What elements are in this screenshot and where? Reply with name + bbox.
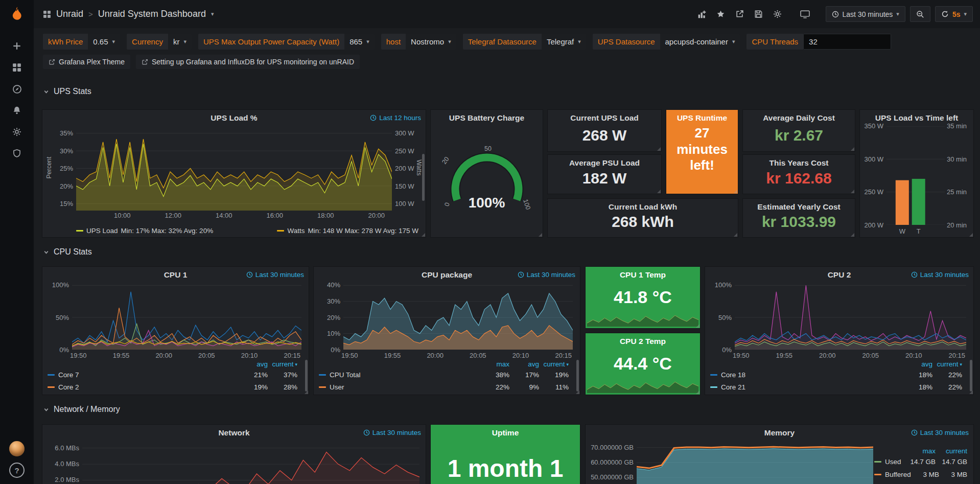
- stat-value: 182 W: [548, 170, 661, 187]
- legend-series-name[interactable]: Core 7: [58, 371, 238, 379]
- legend-col-max[interactable]: max: [904, 447, 936, 455]
- legend-series-name[interactable]: Core 21: [721, 383, 903, 391]
- panel-title[interactable]: UPS Load vs Time left: [860, 113, 973, 123]
- avatar[interactable]: [9, 441, 25, 456]
- legend-series-name[interactable]: Used: [885, 458, 904, 466]
- y-tick: 20%: [318, 314, 340, 321]
- legend-col-current[interactable]: current▾: [539, 360, 569, 368]
- panel-ups-runtime: UPS Runtime 27 minutes left!: [666, 110, 738, 194]
- y-tick: 150 W: [395, 182, 418, 190]
- legend-header: max avg current▾: [319, 360, 569, 368]
- legend-series-color: [319, 374, 326, 376]
- row-title: CPU Stats: [54, 247, 92, 257]
- create-icon[interactable]: [6, 35, 28, 57]
- legend-row: Buffered 3 MB 3 MB: [874, 468, 967, 481]
- legend-series-name[interactable]: User: [330, 383, 480, 391]
- legend-series-color: [710, 386, 717, 388]
- panel-title[interactable]: Average Daily Cost: [743, 113, 855, 123]
- legend-scrollbar[interactable]: [970, 360, 972, 391]
- legend-series-name[interactable]: Buffered: [885, 471, 911, 478]
- stat-value: 44.4 °C: [586, 354, 700, 374]
- panel-title[interactable]: Current UPS Load: [548, 113, 661, 123]
- time-override-label: Last 30 minutes: [920, 429, 969, 436]
- legend-series-name[interactable]: Core 18: [721, 371, 903, 379]
- legend-col-avg[interactable]: avg: [509, 360, 539, 368]
- panel-time-override[interactable]: Last 12 hours: [370, 114, 421, 122]
- legend-col-avg[interactable]: avg: [238, 360, 268, 368]
- panel-time-override[interactable]: Last 30 minutes: [911, 271, 969, 279]
- legend-series-name[interactable]: Watts: [287, 227, 305, 235]
- grafana-logo[interactable]: [8, 6, 26, 25]
- y-tick: 60.000000 GB: [590, 458, 634, 466]
- legend-header: max current: [874, 446, 967, 455]
- panel-title[interactable]: Estimated Yearly Cost: [743, 202, 855, 212]
- stat-value: kr 1033.99: [743, 213, 855, 231]
- cpu2-chart[interactable]: [735, 282, 966, 350]
- y-axis-left: 40% 30% 20% 10% 0%: [318, 281, 340, 354]
- legend-item: Watts Min: 148 W Max: 278 W Avg: 175 W: [277, 227, 418, 235]
- legend-value: 11%: [539, 383, 569, 391]
- server-admin-icon[interactable]: [6, 143, 28, 164]
- x-tick: 20:00: [427, 352, 444, 360]
- row-header-cpu-stats[interactable]: CPU Stats: [43, 247, 92, 257]
- y-tick: 0%: [709, 346, 732, 354]
- ups-load-chart[interactable]: [76, 126, 392, 211]
- help-icon[interactable]: ?: [9, 463, 25, 478]
- legend-col-current[interactable]: current: [936, 447, 967, 455]
- y-tick: 25 min: [947, 188, 971, 196]
- network-chart[interactable]: [82, 440, 419, 484]
- y-tick: 15%: [50, 200, 73, 208]
- legend-col-avg[interactable]: avg: [903, 360, 932, 368]
- legend-value: 19%: [539, 371, 569, 379]
- row-header-network-memory[interactable]: Network / Memory: [43, 405, 120, 414]
- dashboard-grid: UPS Stats UPS Load % Last 12 hours Perce…: [34, 0, 980, 484]
- panel-time-override[interactable]: Last 30 minutes: [518, 271, 575, 279]
- panel-time-override[interactable]: Last 30 minutes: [911, 429, 969, 436]
- panel-title[interactable]: CPU 1 Temp: [586, 270, 700, 280]
- panel-time-override[interactable]: Last 30 minutes: [246, 271, 304, 279]
- x-tick: 20:10: [512, 352, 529, 360]
- panel-scrollbar[interactable]: [422, 154, 425, 201]
- time-override-label: Last 30 minutes: [372, 429, 421, 436]
- legend-header: avg current▾: [48, 360, 297, 368]
- dashboards-icon[interactable]: [6, 57, 28, 78]
- battery-gauge[interactable]: [431, 110, 543, 237]
- legend-series-color: [48, 374, 55, 376]
- x-tick: 20:10: [905, 352, 922, 360]
- configuration-icon[interactable]: [6, 121, 28, 143]
- y-tick: 6.0 MBs: [48, 444, 79, 452]
- x-tick: 10:00: [114, 212, 131, 220]
- legend-series-color: [48, 386, 55, 388]
- legend-col-current[interactable]: current▾: [268, 360, 297, 368]
- panel-title[interactable]: This Years Cost: [743, 158, 855, 168]
- panel-title[interactable]: Current Load kWh: [548, 202, 738, 212]
- alerting-icon[interactable]: [6, 100, 28, 121]
- legend-series-name[interactable]: UPS Load: [86, 227, 118, 235]
- explore-icon[interactable]: [6, 78, 28, 100]
- panel-cpu1: CPU 1 Last 30 minutes 100% 50% 0% 19:50 …: [42, 267, 309, 395]
- panel-title[interactable]: UPS Runtime: [666, 113, 738, 123]
- legend-scrollbar[interactable]: [576, 360, 579, 391]
- panel-title[interactable]: Average PSU Load: [548, 158, 661, 168]
- cpu1-chart[interactable]: [72, 282, 301, 350]
- panel-title[interactable]: CPU 2 Temp: [586, 337, 700, 346]
- x-tick: 16:00: [266, 212, 283, 220]
- legend-value: 3 MB: [939, 471, 967, 478]
- gauge-tick: 50: [484, 145, 492, 152]
- time-override-label: Last 30 minutes: [527, 271, 575, 279]
- legend-series-color: [874, 474, 881, 475]
- row-header-ups-stats[interactable]: UPS Stats: [43, 87, 91, 96]
- legend-scrollbar[interactable]: [305, 360, 308, 391]
- y-axis-left: 100% 50% 0%: [46, 281, 69, 354]
- panel-title[interactable]: UPS Load %: [42, 113, 426, 123]
- clock-icon: [246, 271, 253, 278]
- legend-series-name[interactable]: Core 2: [58, 383, 238, 391]
- legend-col-max[interactable]: max: [480, 360, 509, 368]
- panel-title[interactable]: Uptime: [431, 428, 580, 437]
- panel-time-override[interactable]: Last 30 minutes: [363, 429, 421, 436]
- cpu-package-chart[interactable]: [343, 282, 573, 350]
- memory-chart[interactable]: [637, 440, 873, 484]
- legend-series-name[interactable]: CPU Total: [330, 371, 480, 379]
- legend-col-current[interactable]: current▾: [932, 360, 962, 368]
- load-vs-time-chart[interactable]: [886, 126, 945, 225]
